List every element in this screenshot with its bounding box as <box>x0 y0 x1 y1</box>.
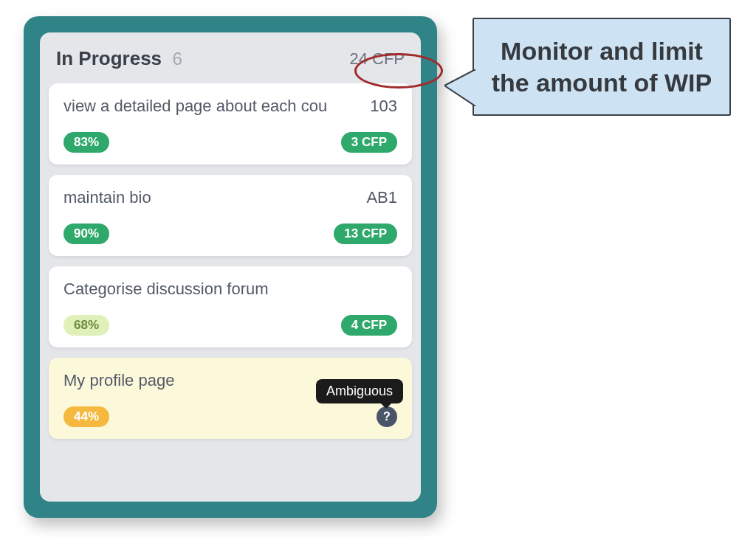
card-header-row: view a detailed page about each cou103 <box>63 97 397 116</box>
card-footer-row: 68%4 CFP <box>63 315 397 336</box>
card-title: Categorise discussion forum <box>63 280 397 299</box>
card-id: 103 <box>370 97 397 116</box>
card-title: maintain bio <box>63 188 354 207</box>
card-title: view a detailed page about each cou <box>63 97 358 116</box>
column-count: 6 <box>173 49 182 69</box>
tooltip: Ambiguous <box>316 379 403 403</box>
card-progress-pill: 68% <box>63 315 109 336</box>
column-cfp-total: 24 CFP <box>349 49 405 69</box>
card-progress-pill: 90% <box>63 224 109 244</box>
card-cfp-pill: 4 CFP <box>341 315 397 336</box>
kanban-column: In Progress 6 24 CFP view a detailed pag… <box>40 32 421 502</box>
card-footer-row: 90%13 CFP <box>63 224 397 244</box>
column-title-group: In Progress 6 <box>56 47 182 70</box>
card-id: AB1 <box>366 188 397 207</box>
kanban-column-wrapper: In Progress 6 24 CFP view a detailed pag… <box>24 16 437 518</box>
annotation-callout: Monitor and limit the amount of WIP <box>472 18 731 116</box>
card-header-row: Categorise discussion forum <box>63 280 397 299</box>
card-footer-row: 44%?Ambiguous <box>63 406 397 427</box>
cards-list: view a detailed page about each cou10383… <box>40 83 421 448</box>
kanban-card[interactable]: My profile page44%?Ambiguous <box>49 358 412 439</box>
card-header-row: maintain bioAB1 <box>63 188 397 207</box>
column-title: In Progress <box>56 47 162 69</box>
card-progress-pill: 83% <box>63 132 109 153</box>
kanban-card[interactable]: Categorise discussion forum68%4 CFP <box>49 266 412 347</box>
kanban-card[interactable]: view a detailed page about each cou10383… <box>49 83 412 164</box>
kanban-board-border: In Progress 6 24 CFP view a detailed pag… <box>24 16 437 518</box>
kanban-card[interactable]: maintain bioAB190%13 CFP <box>49 175 412 256</box>
card-cfp-pill: 3 CFP <box>341 132 397 153</box>
column-header: In Progress 6 24 CFP <box>40 32 421 83</box>
card-progress-pill: 44% <box>63 406 109 427</box>
callout-text: Monitor and limit the amount of WIP <box>492 37 712 97</box>
help-icon[interactable]: ?Ambiguous <box>377 406 397 427</box>
card-footer-row: 83%3 CFP <box>63 132 397 153</box>
card-cfp-pill: 13 CFP <box>334 224 397 244</box>
svg-marker-0 <box>444 69 475 106</box>
